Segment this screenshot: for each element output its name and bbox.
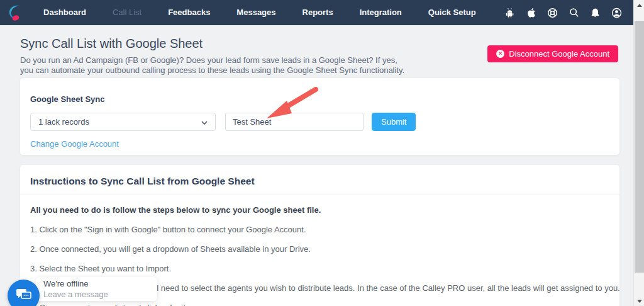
account-icon[interactable]: [611, 8, 622, 18]
scroll-down-button[interactable]: [634, 296, 644, 306]
chevron-down-icon: [201, 117, 208, 127]
arrow-up-icon: [637, 4, 642, 7]
scrollbar-thumb[interactable]: [635, 21, 644, 273]
chat-offline-tooltip: We're offline Leave a message: [36, 277, 157, 301]
vertical-scrollbar[interactable]: [633, 0, 644, 306]
disconnect-button-label: Disconnect Google Account: [509, 49, 609, 59]
nav-item-reports[interactable]: Reports: [289, 0, 347, 25]
apple-icon[interactable]: [526, 8, 536, 18]
nav-item-quick-setup[interactable]: Quick Setup: [415, 0, 489, 25]
instruction-step: 5. Give a name to your list and click su…: [30, 303, 609, 306]
chat-launcher-button[interactable]: [8, 280, 40, 306]
nav-item-messages[interactable]: Messages: [223, 0, 289, 25]
submit-button[interactable]: Submit: [372, 113, 416, 131]
sheet-select[interactable]: 1 lack records: [30, 113, 216, 131]
android-icon[interactable]: [504, 8, 515, 18]
disconnect-google-account-button[interactable]: ✕ Disconnect Google Account: [487, 45, 618, 62]
instructions-heading: Instructions to Sync Call List from Goog…: [20, 165, 619, 195]
chat-status-text: We're offline: [43, 279, 150, 288]
page-title: Sync Call List with Google Sheet: [20, 37, 517, 51]
globe-icon[interactable]: [547, 8, 558, 18]
instruction-step: 1. Click on the "Sign in with Google" bu…: [30, 225, 609, 234]
list-name-input[interactable]: [225, 113, 364, 131]
nav-item-dashboard[interactable]: Dashboard: [30, 0, 99, 25]
instruction-step: 3. Select the Sheet you want to Import.: [30, 264, 609, 273]
bell-icon[interactable]: [590, 8, 601, 18]
calley-logo[interactable]: [0, 4, 30, 21]
change-google-account-link[interactable]: Change Google Account: [30, 139, 119, 149]
google-sheet-sync-card: Google Sheet Sync 1 lack records Submit …: [20, 78, 619, 155]
chat-leave-message-link[interactable]: Leave a message: [43, 290, 150, 299]
chat-bubbles-icon: [16, 288, 32, 304]
instructions-intro: All you need to do is follow the steps b…: [30, 205, 609, 215]
nav-icon-group: [504, 0, 622, 25]
search-icon[interactable]: [569, 8, 579, 18]
page-description: Do you run an Ad Campaign (FB or Google)…: [20, 55, 410, 76]
instruction-step: 2. Once connected, you will get a dropdo…: [30, 244, 609, 254]
nav-menu: Dashboard Call List Feedbacks Messages R…: [30, 0, 489, 25]
page-header: Sync Call List with Google Sheet Do you …: [20, 37, 517, 76]
scroll-up-button[interactable]: [634, 0, 644, 10]
arrow-down-icon: [637, 300, 642, 303]
nav-item-call-list[interactable]: Call List: [99, 0, 155, 25]
nav-item-integration[interactable]: Integration: [347, 0, 415, 25]
nav-item-feedbacks[interactable]: Feedbacks: [155, 0, 223, 25]
sync-form-row: 1 lack records Submit: [30, 113, 609, 131]
power-off-icon: ✕: [496, 50, 504, 58]
sheet-select-value: 1 lack records: [38, 117, 89, 127]
top-navbar: Dashboard Call List Feedbacks Messages R…: [0, 0, 633, 25]
sync-card-label: Google Sheet Sync: [30, 94, 609, 104]
